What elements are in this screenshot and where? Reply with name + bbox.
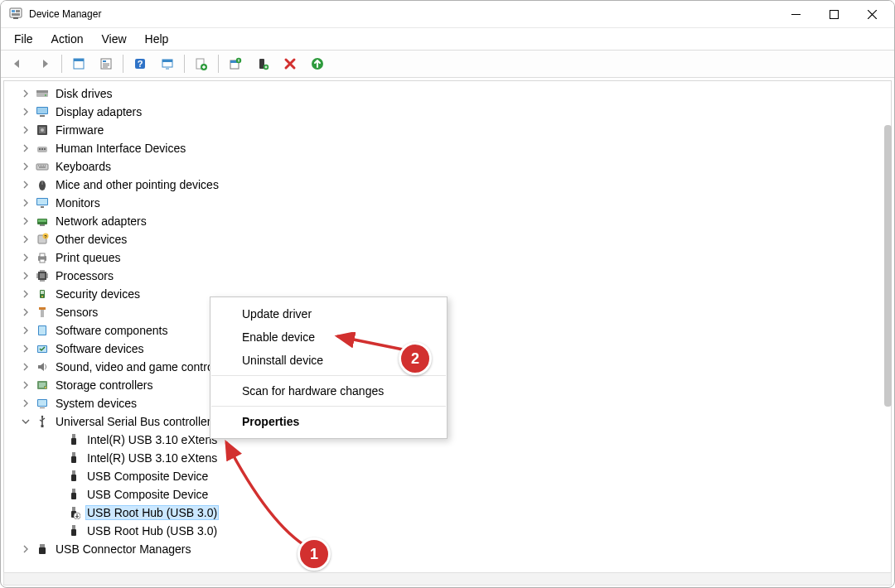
expand-icon[interactable] xyxy=(19,360,32,374)
tree-node[interactable]: USB Composite Device xyxy=(6,467,889,485)
usb-plug-icon xyxy=(67,433,80,446)
tree-node[interactable]: Universal Serial Bus controllers xyxy=(6,412,889,431)
expand-icon[interactable] xyxy=(19,123,32,137)
menu-file[interactable]: File xyxy=(6,30,41,48)
svg-rect-72 xyxy=(71,475,76,481)
minimize-button[interactable] xyxy=(776,1,815,27)
tree-node-label: Intel(R) USB 3.10 eXtens xyxy=(85,433,219,446)
window-title: Device Manager xyxy=(29,8,101,20)
tree-node[interactable]: USB Connector Managers xyxy=(6,540,889,558)
properties-button[interactable] xyxy=(96,54,116,74)
expand-icon[interactable] xyxy=(19,233,32,246)
expand-icon[interactable] xyxy=(19,87,32,100)
svg-point-30 xyxy=(41,128,44,132)
tree-node[interactable]: Human Interface Devices xyxy=(6,139,889,157)
collapse-icon[interactable] xyxy=(19,415,32,428)
enable-device-button[interactable] xyxy=(225,54,245,74)
expand-icon[interactable] xyxy=(19,397,32,410)
scrollbar-thumb[interactable] xyxy=(884,125,892,407)
menu-action[interactable]: Action xyxy=(43,30,92,48)
expand-icon[interactable] xyxy=(19,542,32,556)
tree-node[interactable]: Sensors xyxy=(6,303,889,321)
titlebar: Device Manager xyxy=(1,1,894,28)
toolbar-separator xyxy=(218,55,219,73)
keyboard-icon xyxy=(36,160,49,173)
expand-icon[interactable] xyxy=(19,214,32,228)
svg-rect-27 xyxy=(40,115,45,117)
menu-view[interactable]: View xyxy=(93,30,134,48)
tree-node[interactable]: Sound, video and game controllers xyxy=(6,358,889,376)
uninstall-button[interactable] xyxy=(280,54,300,74)
tree-node[interactable]: Firmware xyxy=(6,121,889,139)
tree-node-label: Human Interface Devices xyxy=(54,142,187,155)
tree-node[interactable]: Processors xyxy=(6,267,889,285)
expand-icon[interactable] xyxy=(19,160,32,173)
tree-node[interactable]: Intel(R) USB 3.10 eXtens xyxy=(6,431,889,449)
tree-node[interactable]: System devices xyxy=(6,394,889,412)
svg-rect-74 xyxy=(71,493,76,499)
menubar: File Action View Help xyxy=(1,28,894,50)
expand-icon[interactable] xyxy=(19,306,32,319)
svg-rect-54 xyxy=(39,307,46,310)
tree-node[interactable]: Mice and other pointing devices xyxy=(6,176,889,194)
svg-rect-81 xyxy=(39,547,46,554)
tree-node-label: Disk drives xyxy=(54,87,114,100)
expand-icon[interactable] xyxy=(19,105,32,118)
tree-node[interactable]: Display adapters xyxy=(6,103,889,121)
maximize-button[interactable] xyxy=(815,1,853,27)
tree-node[interactable]: Keyboards xyxy=(6,157,889,176)
tree-node[interactable]: Print queues xyxy=(6,248,889,267)
expand-icon[interactable] xyxy=(19,287,32,301)
add-legacy-button[interactable] xyxy=(253,54,273,74)
menu-help[interactable]: Help xyxy=(137,30,177,48)
tree-node[interactable]: Network adapters xyxy=(6,212,889,230)
device-manager-window: Device Manager File Action View Help ? D… xyxy=(0,0,895,588)
svg-rect-3 xyxy=(12,13,20,16)
tree-node[interactable]: Disk drives xyxy=(6,84,889,103)
help-button[interactable]: ? xyxy=(130,54,150,74)
tree-node[interactable]: USB Root Hub (USB 3.0) xyxy=(6,522,889,540)
svg-rect-42 xyxy=(40,224,45,226)
ctx-update-driver[interactable]: Update driver xyxy=(210,302,447,325)
show-hidden-button[interactable] xyxy=(69,54,89,74)
expand-icon[interactable] xyxy=(19,342,32,355)
svg-rect-41 xyxy=(38,219,46,222)
tree-node[interactable]: Intel(R) USB 3.10 eXtens xyxy=(6,449,889,467)
ctx-properties[interactable]: Properties xyxy=(210,410,447,433)
security-icon xyxy=(36,287,49,301)
tree-node[interactable]: Software devices xyxy=(6,340,889,358)
update-driver-button[interactable] xyxy=(191,54,211,74)
svg-rect-64 xyxy=(40,407,45,408)
tree-node[interactable]: USB Root Hub (USB 3.0) xyxy=(6,504,889,522)
tree-node[interactable]: USB Composite Device xyxy=(6,485,889,504)
svg-rect-13 xyxy=(162,60,172,62)
ctx-scan-hardware[interactable]: Scan for hardware changes xyxy=(210,379,447,402)
expand-icon[interactable] xyxy=(19,324,32,337)
tree-node-label: Universal Serial Bus controllers xyxy=(54,415,219,428)
tree-node[interactable]: Security devices xyxy=(6,285,889,303)
forward-button[interactable] xyxy=(35,54,55,74)
tree-node[interactable]: Monitors xyxy=(6,194,889,212)
back-button[interactable] xyxy=(7,54,27,74)
device-tree-pane: Disk drivesDisplay adaptersFirmwareHuman… xyxy=(3,80,892,574)
tree-node-label: USB Root Hub (USB 3.0) xyxy=(85,524,219,537)
expand-icon[interactable] xyxy=(19,269,32,282)
expand-icon[interactable] xyxy=(19,196,32,210)
tree-node[interactable]: ?Other devices xyxy=(6,230,889,248)
tree-node-label: Firmware xyxy=(54,123,105,137)
tree-node-label: USB Composite Device xyxy=(85,470,210,483)
usb-conn-icon xyxy=(36,542,49,556)
svg-rect-68 xyxy=(71,438,76,445)
expand-icon[interactable] xyxy=(19,142,32,155)
svg-text:?: ? xyxy=(138,59,143,69)
expand-icon[interactable] xyxy=(19,378,32,392)
ctx-separator xyxy=(211,406,446,407)
tree-node[interactable]: Software components xyxy=(6,321,889,340)
svg-rect-26 xyxy=(37,108,47,113)
expand-icon[interactable] xyxy=(19,178,32,191)
tree-node[interactable]: Storage controllers xyxy=(6,376,889,394)
close-button[interactable] xyxy=(853,1,891,27)
scan-hardware-button[interactable] xyxy=(307,54,327,74)
scan-button[interactable] xyxy=(157,54,177,74)
expand-icon[interactable] xyxy=(19,251,32,264)
